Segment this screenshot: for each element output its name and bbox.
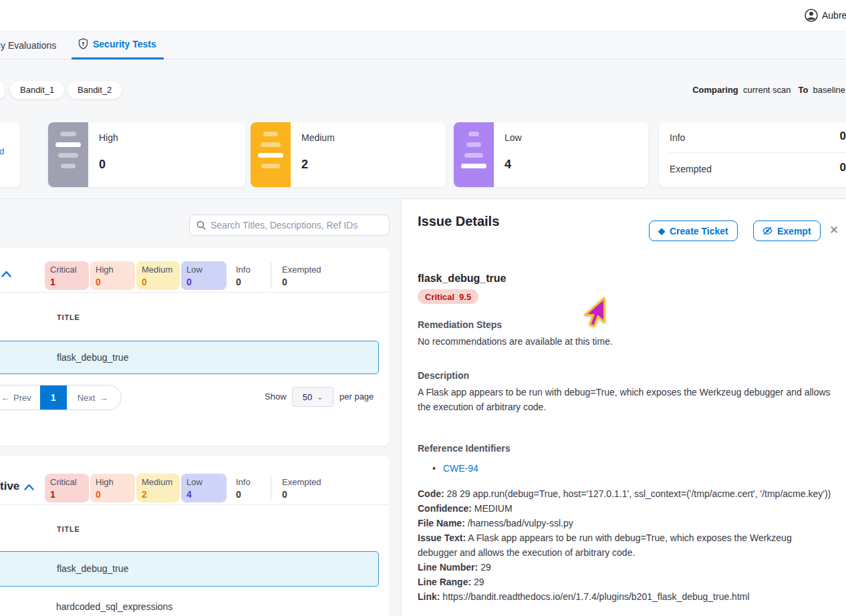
summary-label: Low bbox=[505, 132, 522, 143]
issue-section-2: tive Critical1 High0 Medium2 Low4 Info0 … bbox=[0, 456, 390, 616]
summary-card-high: High 0 bbox=[48, 122, 245, 187]
active-tab-underline bbox=[72, 57, 164, 59]
chip-critical: Critical1 bbox=[45, 261, 89, 290]
severity-gauge-low-icon bbox=[454, 122, 494, 187]
exempted-value: 0 bbox=[840, 161, 846, 174]
severity-gauge-high-icon bbox=[48, 122, 88, 187]
issue-fields: Code: 28 29 app.run(debug=True, host='12… bbox=[418, 486, 833, 604]
field-confidence: Confidence: MEDIUM bbox=[418, 501, 833, 516]
remediation-title: Remediation Steps bbox=[418, 319, 502, 330]
bullet-icon: • bbox=[432, 463, 436, 474]
eye-off-icon bbox=[762, 226, 772, 236]
create-ticket-button[interactable]: ◆ Create Ticket bbox=[649, 220, 738, 241]
partial-link-fragment: d bbox=[0, 146, 4, 156]
close-icon[interactable]: ✕ bbox=[829, 223, 839, 237]
summary-card-medium: Medium 2 bbox=[251, 122, 446, 187]
ticket-diamond-icon: ◆ bbox=[658, 226, 665, 235]
baseline-label: baseline bbox=[813, 85, 845, 95]
current-scan-label: current scan bbox=[743, 85, 791, 95]
exempted-row: Exempted 0 bbox=[659, 154, 846, 184]
right-arrow-icon: → bbox=[99, 393, 108, 403]
divider bbox=[0, 292, 390, 293]
field-line-number: Line Number: 29 bbox=[418, 560, 833, 575]
severity-chip-row: Critical1 High0 Medium0 Low0 Info0 Exemp… bbox=[45, 261, 322, 290]
reference-identifiers-title: Reference Identifiers bbox=[418, 443, 511, 454]
summary-card-low: Low 4 bbox=[454, 122, 648, 187]
divider bbox=[271, 263, 271, 289]
per-page-label: per page bbox=[339, 392, 374, 402]
left-arrow-icon: ← bbox=[1, 393, 9, 403]
chevron-down-icon: ⌄ bbox=[317, 393, 323, 402]
chip-critical: Critical1 bbox=[45, 474, 89, 502]
title-column-header: TITLE bbox=[57, 525, 80, 533]
summary-label: High bbox=[99, 132, 118, 143]
description-text: A Flask app appears to be run with debug… bbox=[418, 385, 832, 414]
chip-low: Low4 bbox=[181, 474, 227, 502]
field-file-name: File Name: /harness/bad/vulpy-ssl.py bbox=[418, 516, 833, 530]
chip-high: High0 bbox=[90, 474, 135, 502]
exempt-button[interactable]: Exempt bbox=[753, 220, 821, 241]
pagination: ← Prev 1 Next → bbox=[0, 385, 122, 410]
page-size-select[interactable]: 50 ⌄ bbox=[292, 387, 333, 407]
chip-medium: Medium0 bbox=[136, 261, 180, 290]
summary-value: 2 bbox=[301, 158, 308, 172]
chip-high: High0 bbox=[90, 261, 135, 290]
comparing-label: Comparing bbox=[692, 85, 738, 95]
field-line-range: Line Range: 29 bbox=[418, 575, 833, 589]
to-label: To bbox=[798, 85, 808, 95]
user-name[interactable]: Aubre bbox=[822, 10, 846, 21]
issue-row-flask-debug-true[interactable]: flask_debug_true bbox=[0, 551, 379, 587]
user-avatar-icon[interactable] bbox=[805, 9, 818, 22]
divider bbox=[670, 152, 846, 153]
title-column-header: TITLE bbox=[57, 313, 80, 321]
search-icon bbox=[196, 220, 206, 230]
scan-pill-bandit-2[interactable]: Bandit_2 bbox=[67, 80, 122, 100]
issue-section-1: Critical1 High0 Medium0 Low0 Info0 Exemp… bbox=[0, 248, 390, 446]
issue-row-hardcoded-sql-expressions[interactable]: hardcoded_sql_expressions bbox=[0, 591, 379, 616]
info-label: Info bbox=[670, 132, 685, 143]
severity-gauge-medium-icon bbox=[251, 122, 291, 187]
chip-exempted: Exempted0 bbox=[274, 474, 322, 502]
summary-label: Medium bbox=[301, 132, 335, 143]
panel-title: Issue Details bbox=[418, 214, 499, 229]
shield-icon bbox=[78, 38, 88, 49]
tab-bar: cy Evaluations Security Tests bbox=[0, 32, 846, 59]
chip-info: Info0 bbox=[228, 261, 268, 290]
scan-pill-partial[interactable] bbox=[0, 80, 5, 100]
severity-chip-row: Critical1 High0 Medium2 Low4 Info0 Exemp… bbox=[45, 474, 322, 502]
tab-security-tests[interactable]: Security Tests bbox=[78, 38, 156, 49]
divider bbox=[0, 504, 390, 505]
section-title-fragment: tive bbox=[0, 480, 19, 493]
reference-item: • CWE-94 bbox=[432, 463, 478, 474]
summary-card-info-exempted: Info 0 Exempted 0 bbox=[659, 122, 846, 187]
search-input[interactable] bbox=[210, 220, 382, 230]
summary-card-partial: d bbox=[0, 122, 20, 187]
issue-details-panel: Issue Details ◆ Create Ticket Exempt ✕ f… bbox=[401, 199, 846, 616]
chip-medium: Medium2 bbox=[136, 474, 180, 502]
scan-pill-bandit-1[interactable]: Bandit_1 bbox=[9, 80, 65, 100]
comparing-baseline-text: Comparing current scan To baseline bbox=[692, 85, 845, 95]
next-page-button[interactable]: Next → bbox=[78, 393, 108, 403]
top-bar: Aubre bbox=[0, 0, 846, 32]
issue-name: flask_debug_true bbox=[418, 273, 506, 285]
chip-low: Low0 bbox=[181, 261, 227, 290]
info-value: 0 bbox=[840, 130, 846, 143]
tab-policy-evaluations[interactable]: cy Evaluations bbox=[0, 40, 56, 51]
collapse-chevron-icon[interactable] bbox=[1, 271, 11, 277]
exempted-label: Exempted bbox=[670, 164, 712, 174]
issue-row-flask-debug-true[interactable]: flask_debug_true bbox=[0, 341, 379, 374]
chip-info: Info0 bbox=[228, 474, 268, 502]
tab-security-tests-label: Security Tests bbox=[93, 39, 156, 49]
description-title: Description bbox=[418, 370, 469, 381]
issue-search bbox=[189, 214, 390, 236]
prev-page-button[interactable]: ← Prev bbox=[1, 393, 31, 403]
field-link: Link: https://bandit.readthedocs.io/en/1… bbox=[418, 589, 833, 604]
page-1-button[interactable]: 1 bbox=[40, 385, 67, 410]
divider bbox=[271, 475, 271, 501]
info-row: Info 0 bbox=[659, 122, 846, 152]
summary-value: 0 bbox=[99, 158, 106, 172]
security-tests-page: Aubre cy Evaluations Security Tests Band… bbox=[0, 0, 846, 616]
chip-exempted: Exempted0 bbox=[274, 261, 322, 290]
collapse-chevron-icon[interactable] bbox=[24, 484, 34, 490]
cwe-link[interactable]: CWE-94 bbox=[443, 463, 478, 474]
